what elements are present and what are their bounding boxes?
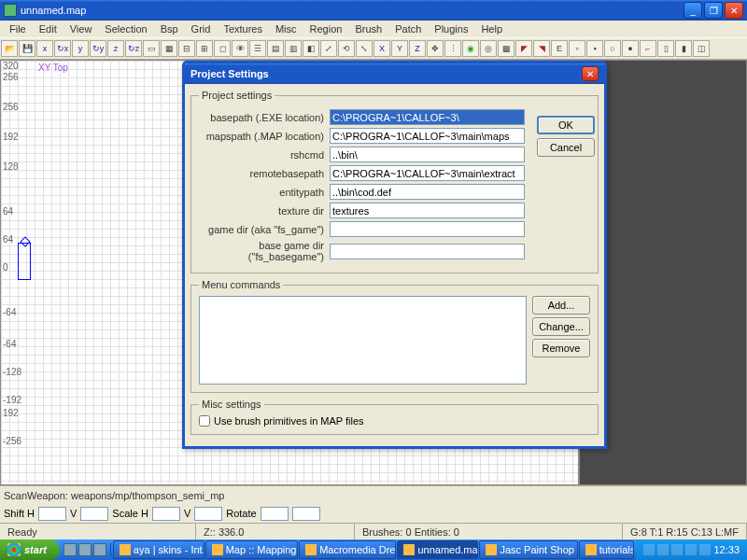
tool-axis-y-btn[interactable]: Y bbox=[391, 40, 408, 57]
tool-save-icon[interactable]: 💾 bbox=[19, 40, 35, 57]
close-button[interactable]: ✕ bbox=[725, 2, 743, 19]
dialog-close-button[interactable]: ✕ bbox=[582, 66, 599, 81]
tool-mode1-icon[interactable]: ▦ bbox=[161, 40, 177, 57]
tick: -64 bbox=[3, 307, 16, 317]
tool-rot-z-icon[interactable]: ↻z bbox=[125, 40, 142, 57]
texdir-input[interactable] bbox=[330, 203, 525, 218]
maximize-button[interactable]: ❐ bbox=[704, 2, 723, 19]
status-z: Z:: 336.0 bbox=[196, 524, 355, 539]
brush-primitives-checkbox[interactable] bbox=[199, 415, 210, 427]
menu-file[interactable]: File bbox=[4, 21, 32, 36]
task-button[interactable]: aya | skins - Int... bbox=[113, 540, 204, 559]
rotate-input[interactable] bbox=[261, 507, 289, 521]
quicklaunch-icon[interactable] bbox=[78, 543, 92, 556]
gamedir-input[interactable] bbox=[330, 221, 525, 237]
tool-ent-icon[interactable]: E bbox=[551, 40, 568, 57]
task-button[interactable]: tutorials bbox=[579, 540, 635, 559]
v2-label: V bbox=[184, 508, 190, 519]
clock[interactable]: 12:33 bbox=[713, 544, 740, 555]
tray-icon[interactable] bbox=[657, 544, 669, 555]
tool-axis-z-btn[interactable]: Z bbox=[409, 40, 426, 57]
add-button[interactable]: Add... bbox=[532, 296, 590, 315]
menu-misc[interactable]: Misc bbox=[270, 21, 303, 36]
tool-light-icon[interactable]: ◎ bbox=[480, 40, 497, 57]
tool-texlock-icon[interactable]: ▥ bbox=[285, 40, 302, 57]
tray-icon[interactable] bbox=[671, 544, 683, 555]
menu-bsp[interactable]: Bsp bbox=[155, 21, 184, 36]
tray-icon[interactable] bbox=[685, 544, 697, 555]
tool-misc2-icon[interactable]: ▪ bbox=[586, 40, 603, 57]
tool-move-icon[interactable]: ✥ bbox=[427, 40, 444, 57]
tool-misc1-icon[interactable]: ▫ bbox=[569, 40, 585, 57]
tool-hollow-icon[interactable]: ◻ bbox=[214, 40, 231, 57]
menu-commands-group: Menu commands Add... Change... Remove bbox=[190, 279, 599, 393]
quicklaunch-icon[interactable] bbox=[93, 543, 106, 556]
scaleh-input[interactable] bbox=[152, 507, 180, 521]
menu-textures[interactable]: Textures bbox=[218, 21, 268, 36]
rshcmd-input[interactable] bbox=[330, 147, 525, 162]
tool-hide-icon[interactable]: ● bbox=[622, 40, 639, 57]
tool-tex-icon[interactable]: ▤ bbox=[267, 40, 284, 57]
tool-open-icon[interactable]: 📂 bbox=[1, 40, 18, 57]
menu-grid[interactable]: Grid bbox=[186, 21, 217, 36]
tool-view1-icon[interactable]: 👁 bbox=[232, 40, 248, 57]
tool-patch-icon[interactable]: ▩ bbox=[498, 40, 514, 57]
tool-pan-icon[interactable]: ⤢ bbox=[320, 40, 337, 57]
group1-legend: Project settings bbox=[199, 90, 275, 101]
tool-bend-icon[interactable]: ⌐ bbox=[640, 40, 656, 57]
tool-g3-icon[interactable]: ◫ bbox=[693, 40, 710, 57]
tray-icon[interactable] bbox=[699, 544, 711, 555]
menu-selection[interactable]: Selection bbox=[99, 21, 152, 36]
tool-rot-x-icon[interactable]: ↻x bbox=[54, 40, 71, 57]
minimize-button[interactable]: _ bbox=[684, 2, 702, 19]
task-button[interactable]: unnamed.map bbox=[397, 540, 478, 559]
tool-g1-icon[interactable]: ▯ bbox=[657, 40, 674, 57]
brush-object[interactable] bbox=[18, 243, 31, 280]
shiftv-input[interactable] bbox=[80, 507, 108, 521]
entity-input[interactable] bbox=[330, 184, 525, 200]
tool-cubic-icon[interactable]: ◧ bbox=[303, 40, 319, 57]
tool-csg-sub-icon[interactable]: ⊟ bbox=[178, 40, 195, 57]
scalev-input[interactable] bbox=[194, 507, 222, 521]
tool-vert-icon[interactable]: ⋮ bbox=[444, 40, 461, 57]
task-button[interactable]: Macromedia Dre... bbox=[299, 540, 396, 559]
extra-input[interactable] bbox=[292, 507, 320, 521]
tool-csg-merge-icon[interactable]: ⊞ bbox=[196, 40, 213, 57]
tool-view2-icon[interactable]: ☰ bbox=[249, 40, 266, 57]
menu-view[interactable]: View bbox=[64, 21, 98, 36]
remove-button[interactable]: Remove bbox=[532, 339, 590, 357]
mapspath-input[interactable] bbox=[330, 128, 525, 144]
tool-show-icon[interactable]: ○ bbox=[604, 40, 621, 57]
change-button[interactable]: Change... bbox=[532, 317, 590, 336]
tool-rot-y-icon[interactable]: ↻y bbox=[90, 40, 106, 57]
tool-axis-x-btn[interactable]: X bbox=[374, 40, 390, 57]
menu-help[interactable]: Help bbox=[475, 21, 508, 36]
tool-flip-x-icon[interactable]: x bbox=[36, 40, 53, 57]
quicklaunch-icon[interactable] bbox=[63, 543, 77, 556]
status-right: G:8 T:1 R:15 C:13 L:MF bbox=[623, 524, 747, 539]
menu-brush[interactable]: Brush bbox=[349, 21, 388, 36]
task-button[interactable]: Map :: Mapping... bbox=[205, 540, 299, 559]
menu-region[interactable]: Region bbox=[304, 21, 348, 36]
quick-launch bbox=[60, 543, 111, 556]
basegame-input[interactable] bbox=[330, 244, 525, 259]
tool-curve-icon[interactable]: ◉ bbox=[462, 40, 479, 57]
tool-flip-y-icon[interactable]: y bbox=[72, 40, 89, 57]
tool-flip-z-icon[interactable]: z bbox=[107, 40, 124, 57]
task-button[interactable]: Jasc Paint Shop ... bbox=[479, 540, 577, 559]
tool-scale-icon[interactable]: ⤡ bbox=[356, 40, 373, 57]
menu-plugins[interactable]: Plugins bbox=[429, 21, 473, 36]
remote-input[interactable] bbox=[330, 165, 525, 181]
menu-edit[interactable]: Edit bbox=[34, 21, 63, 36]
basepath-input[interactable] bbox=[330, 109, 525, 125]
tool-g2-icon[interactable]: ▮ bbox=[675, 40, 692, 57]
menu-commands-list[interactable] bbox=[199, 296, 527, 385]
tray-icon[interactable] bbox=[643, 544, 655, 555]
tool-clip2-icon[interactable]: ◥ bbox=[533, 40, 550, 57]
shifth-input[interactable] bbox=[38, 507, 66, 521]
tool-freerot-icon[interactable]: ⟲ bbox=[338, 40, 355, 57]
tool-select-icon[interactable]: ▭ bbox=[143, 40, 160, 57]
tool-clip-icon[interactable]: ◤ bbox=[515, 40, 532, 57]
menu-patch[interactable]: Patch bbox=[389, 21, 427, 36]
start-button[interactable]: start bbox=[0, 539, 60, 560]
